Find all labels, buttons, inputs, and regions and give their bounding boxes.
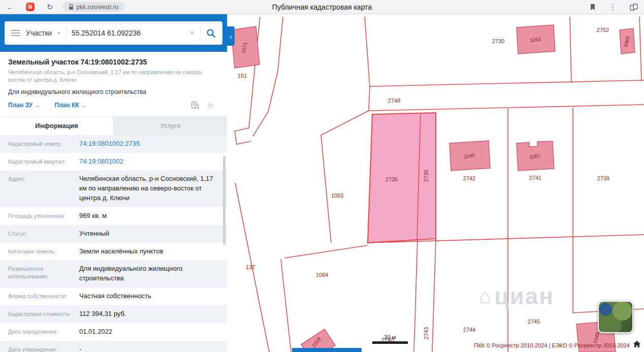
row-value: Для индивидуального жилищного строительс…: [79, 264, 219, 283]
table-row: Дата утверждения:-: [0, 341, 227, 352]
map-scale-control: 20 м: [372, 334, 408, 344]
map-vector-layer: [227, 14, 644, 352]
row-value: Учтенный: [79, 229, 109, 239]
row-value: 969 кв. м: [79, 211, 107, 221]
selected-parcel-shape[interactable]: [368, 113, 436, 243]
bookmark-icon[interactable]: [590, 4, 596, 11]
table-row: Адрес:Челябинская область, р-н Сосновски…: [0, 170, 227, 207]
home-icon: [633, 340, 641, 348]
plan-zu-link[interactable]: План ЗУ →: [8, 102, 40, 109]
panel-action-icons: ☆: [191, 101, 214, 110]
search-bar: Участки ▾ ×: [5, 21, 222, 45]
search-button[interactable]: [206, 28, 216, 38]
row-value-link[interactable]: 74:19:0801002: [79, 157, 123, 167]
row-label: Кадастровый квартал:: [8, 157, 79, 165]
scale-label: 20 м: [384, 334, 396, 340]
yandex-browser-icon[interactable]: Я: [26, 3, 35, 11]
table-row: Кадастровый квартал:74:19:0801002: [0, 153, 227, 171]
menu-button[interactable]: [11, 30, 20, 36]
browser-right-icons: ⋮: [590, 3, 638, 11]
row-value: Земли населённых пунктов: [79, 247, 163, 257]
row-value: 01.01.2022: [79, 327, 112, 337]
row-value: 112 394,31 руб.: [79, 309, 126, 319]
row-value-link[interactable]: 74:19:0801002:2735: [79, 139, 140, 149]
row-value: -: [79, 345, 81, 352]
table-row: Площадь уточненная:969 кв. м: [0, 207, 227, 225]
info-table: Кадастровый номер:74:19:0801002:2735Када…: [0, 135, 227, 352]
favorite-star-icon[interactable]: ☆: [207, 101, 214, 110]
table-row: Статус:Учтенный: [0, 225, 227, 243]
kebab-menu-icon[interactable]: ⋮: [609, 3, 617, 11]
back-button[interactable]: ←: [6, 3, 14, 11]
table-row: Кадастровая стоимость:112 394,31 руб.: [0, 305, 227, 323]
panel-scrollbar[interactable]: [223, 156, 226, 245]
row-label: Разрешенное использование:: [8, 264, 79, 280]
row-label: Статус:: [8, 229, 79, 237]
divider: [200, 26, 201, 40]
parcel-info-panel: Земельный участок 74:19:0801002:2735 Чел…: [0, 52, 227, 352]
browser-page-title: Публичная кадастровая карта: [272, 3, 372, 11]
row-value: Частная собственность: [79, 292, 151, 301]
browser-toolbar: ← Я ↻ pkk.rosreestr.ru Публичная кадастр…: [0, 0, 644, 14]
chevron-down-icon[interactable]: ▾: [57, 30, 60, 36]
map-edge-blue-strip: [292, 348, 362, 352]
search-input[interactable]: [72, 29, 184, 37]
scale-bar: [372, 341, 408, 344]
row-label: Адрес:: [8, 174, 79, 182]
map-attribution: ПКК © Росреестр 2010-2024 | ЕЭКО © Росре…: [474, 342, 630, 348]
browser-nav-icons: ← Я ↻: [0, 3, 53, 11]
address-bar[interactable]: pkk.rosreestr.ru: [62, 2, 125, 12]
row-label: Категория земель:: [8, 247, 79, 255]
row-label: Форма собственности:: [8, 292, 79, 300]
row-label: Дата определения:: [8, 327, 79, 335]
panel-collapse-toggle[interactable]: ‹: [227, 26, 235, 46]
parcel-title: Земельный участок 74:19:0801002:2735: [8, 58, 219, 66]
divider: [66, 26, 66, 40]
row-label: Дата утверждения:: [8, 345, 79, 352]
reload-button[interactable]: ↻: [47, 3, 53, 11]
parcel-address-subtitle: Челябинская область, р-н Сосновский, 1,1…: [8, 69, 216, 84]
parcel-boundaries: [235, 17, 644, 352]
parcel-usage-text: Для индивидуального жилищного строительс…: [8, 88, 219, 95]
lock-icon: [69, 4, 74, 10]
map[interactable]: ⌂циан 1512730275227482735273527422741273…: [227, 14, 644, 352]
plan-kk-link[interactable]: План КК →: [54, 102, 87, 109]
tab-services[interactable]: Услуги: [113, 117, 227, 135]
search-panel: Участки ▾ ×: [0, 14, 227, 52]
table-row: Кадастровый номер:74:19:0801002:2735: [0, 135, 227, 153]
table-row: Разрешенное использование:Для индивидуал…: [0, 260, 227, 287]
row-label: Кадастровая стоимость:: [8, 309, 79, 317]
satellite-layer-thumbnail[interactable]: [598, 301, 633, 333]
table-row: Форма собственности:Частная собственност…: [0, 287, 227, 305]
row-label: Площадь уточненная:: [8, 211, 79, 219]
panel-header: Земельный участок 74:19:0801002:2735 Чел…: [0, 52, 227, 110]
clear-search-button[interactable]: ×: [189, 28, 195, 38]
watermark-house-icon: ⌂: [479, 285, 492, 308]
tab-information[interactable]: Информация: [0, 117, 113, 135]
zoom-to-parcel-icon[interactable]: [191, 101, 200, 110]
row-value: Челябинская область, р-н Сосновский, 1,1…: [79, 174, 219, 203]
home-button[interactable]: [633, 340, 642, 349]
plan-links-row: План ЗУ → План КК → ☆: [8, 101, 219, 110]
table-row: Дата определения:01.01.2022: [0, 323, 227, 341]
cian-watermark: ⌂циан: [479, 282, 554, 310]
url-text: pkk.rosreestr.ru: [77, 4, 119, 11]
table-row: Категория земель:Земли населённых пункто…: [0, 243, 227, 261]
screen: ← Я ↻ pkk.rosreestr.ru Публичная кадастр…: [0, 0, 644, 352]
collections-icon[interactable]: [630, 4, 638, 11]
panel-tabs: Информация Услуги: [0, 116, 227, 135]
row-label: Кадастровый номер:: [8, 139, 79, 147]
layer-type-dropdown[interactable]: Участки: [26, 29, 52, 37]
